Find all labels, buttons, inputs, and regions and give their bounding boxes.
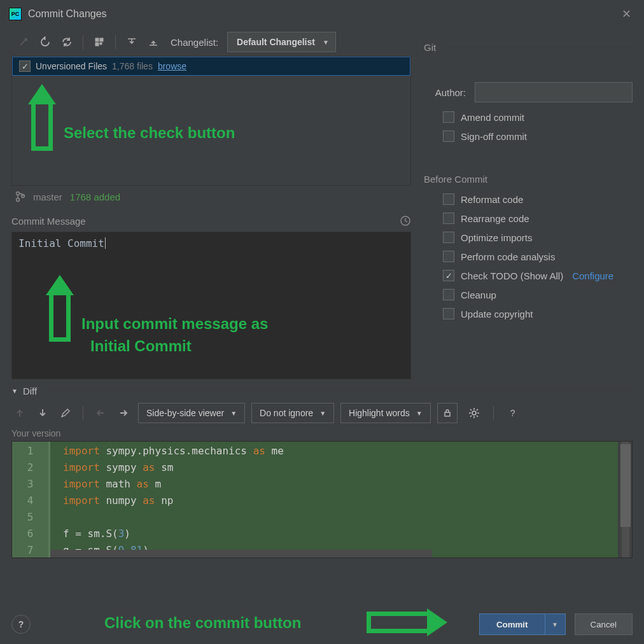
lock-icon[interactable] <box>437 403 458 423</box>
browse-link[interactable]: browse <box>158 61 186 71</box>
help-icon[interactable]: ? <box>503 403 523 423</box>
author-label: Author: <box>424 87 466 98</box>
amend-option[interactable]: Amend commit <box>443 111 633 123</box>
close-icon[interactable]: ✕ <box>617 7 635 21</box>
svg-rect-1 <box>100 38 103 41</box>
expand-icon[interactable] <box>123 34 140 50</box>
vertical-scrollbar[interactable] <box>619 442 632 557</box>
todo-option[interactable]: Check TODO (Show All)Configure <box>443 270 633 281</box>
unversioned-label: Unversioned Files <box>36 61 107 71</box>
author-input[interactable] <box>475 82 633 102</box>
commit-message-input[interactable]: Initial Commit <box>11 232 411 379</box>
select-checkbox[interactable] <box>19 60 31 72</box>
diff-label: Diff <box>23 386 37 396</box>
commit-dropdown[interactable]: ▼ <box>545 613 566 635</box>
cleanup-option[interactable]: Cleanup <box>443 289 633 300</box>
unversioned-files-row[interactable]: Unversioned Files 1,768 files browse <box>12 57 410 76</box>
rearrange-option[interactable]: Rearrange code <box>443 213 633 224</box>
toolbar: Changelist: Default Changelist ▼ <box>11 28 411 56</box>
git-section-label: Git <box>424 42 436 53</box>
configure-link[interactable]: Configure <box>572 270 613 281</box>
before-commit-label: Before Commit <box>424 174 487 185</box>
svg-rect-0 <box>95 38 99 41</box>
help-button[interactable]: ? <box>11 615 31 634</box>
history-icon[interactable] <box>400 215 411 227</box>
cancel-button[interactable]: Cancel <box>575 613 633 635</box>
gear-icon[interactable] <box>464 403 484 423</box>
group-icon[interactable] <box>91 34 108 50</box>
svg-rect-3 <box>100 43 102 45</box>
arrow-left-icon[interactable] <box>92 405 109 421</box>
svg-rect-8 <box>445 412 450 416</box>
arrow-right-icon[interactable] <box>115 405 132 421</box>
svg-rect-2 <box>95 43 99 46</box>
checkbox[interactable] <box>443 111 454 123</box>
code-view: ✓ 1234567 import sympy.physics.mechanics… <box>11 441 633 558</box>
collapse-icon[interactable] <box>145 34 162 50</box>
your-version-label: Your version <box>11 428 633 438</box>
pycharm-icon: PC <box>9 8 22 20</box>
commit-button[interactable]: Commit <box>479 613 545 635</box>
svg-point-5 <box>17 199 20 202</box>
added-count: 1768 added <box>70 192 120 202</box>
branch-name: master <box>33 192 62 202</box>
changelist-label: Changelist: <box>171 37 218 48</box>
checkbox[interactable] <box>443 130 454 142</box>
svg-point-9 <box>472 411 476 415</box>
branch-icon <box>15 191 25 202</box>
analysis-option[interactable]: Perform code analysis <box>443 251 633 262</box>
changelist-select[interactable]: Default Changelist ▼ <box>227 32 336 52</box>
svg-point-4 <box>17 192 20 195</box>
commit-message-value: Initial Commit <box>18 237 104 249</box>
edit-icon[interactable] <box>57 405 74 421</box>
changelist-select-value: Default Changelist <box>237 37 315 47</box>
gutter: 1234567 <box>12 442 50 557</box>
signoff-option[interactable]: Sign-off commit <box>443 130 633 142</box>
optimize-option[interactable]: Optimize imports <box>443 232 633 243</box>
whitespace-select[interactable]: Do not ignore▼ <box>251 403 334 423</box>
diff-collapse-icon[interactable]: ▼ <box>11 388 18 395</box>
window-title: Commit Changes <box>28 8 107 20</box>
highlight-select[interactable]: Highlight words▼ <box>340 403 431 423</box>
horizontal-scrollbar[interactable] <box>50 550 432 557</box>
copyright-option[interactable]: Update copyright <box>443 308 633 319</box>
titlebar: PC Commit Changes ✕ <box>0 0 644 28</box>
chevron-down-icon: ▼ <box>323 39 329 46</box>
code-lines[interactable]: import sympy.physics.mechanics as me imp… <box>50 442 618 557</box>
prev-diff-icon[interactable] <box>11 405 28 421</box>
undo-icon[interactable] <box>37 34 53 50</box>
file-count: 1,768 files <box>112 61 153 71</box>
refresh-icon[interactable] <box>59 34 75 50</box>
file-list[interactable]: Unversioned Files 1,768 files browse <box>11 56 411 186</box>
next-diff-icon[interactable] <box>34 405 51 421</box>
reformat-option[interactable]: Reformat code <box>443 193 633 205</box>
commit-message-label: Commit Message <box>11 216 86 227</box>
view-mode-select[interactable]: Side-by-side viewer▼ <box>138 403 245 423</box>
move-icon[interactable] <box>15 34 32 50</box>
